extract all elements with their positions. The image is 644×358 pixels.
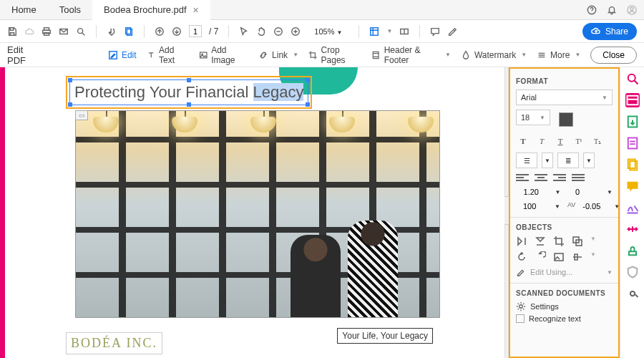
rail-measure-icon[interactable] [625, 222, 640, 236]
rail-sign-icon[interactable] [625, 200, 640, 215]
replace-image-icon[interactable] [553, 251, 565, 263]
rail-protect-icon[interactable] [625, 265, 640, 279]
tab-tools[interactable]: Tools [48, 0, 92, 20]
crop-object-icon[interactable] [553, 236, 565, 247]
fit-icon[interactable] [369, 26, 379, 37]
rail-search-icon[interactable] [625, 72, 640, 86]
save-icon[interactable] [7, 26, 17, 37]
page-thumb-icon[interactable] [124, 26, 134, 37]
align-justify-button[interactable] [572, 173, 585, 183]
add-text-tool[interactable]: Add Text [147, 45, 189, 65]
comment-icon[interactable] [430, 26, 440, 37]
zoom-in-icon[interactable] [291, 26, 301, 37]
objects-header: OBJECTS [516, 223, 613, 231]
bullet-list-caret[interactable]: ▼ [542, 153, 553, 168]
read-mode-icon[interactable] [399, 26, 409, 37]
document-image[interactable] [75, 110, 440, 318]
account-icon[interactable] [627, 5, 637, 15]
align-center-button[interactable] [535, 173, 547, 183]
close-button[interactable]: Close [590, 47, 637, 64]
svg-rect-25 [627, 96, 638, 105]
bold-button[interactable]: T [516, 134, 530, 148]
font-dropdown[interactable]: Arial▼ [516, 90, 613, 105]
link-tool[interactable]: Link▼ [258, 50, 298, 60]
svg-point-2 [630, 7, 633, 10]
logo-text[interactable]: BODÉA INC. [66, 332, 162, 354]
crop-tool[interactable]: Crop Pages [308, 45, 361, 65]
recognize-text-checkbox[interactable]: Recognize text [516, 314, 613, 323]
title-text-selection[interactable]: Legacy [253, 83, 304, 101]
rotate-ccw-icon[interactable] [516, 251, 527, 263]
color-swatch[interactable] [559, 112, 573, 127]
align-right-button[interactable] [553, 173, 566, 183]
indent-icon [568, 187, 569, 197]
page-up-icon[interactable] [155, 26, 165, 37]
mail-icon[interactable] [59, 26, 69, 37]
image-frame-icon[interactable]: ▭ [75, 110, 88, 120]
selected-text-frame[interactable]: Protecting Your Financial Legacy [66, 76, 312, 109]
tap-icon[interactable] [107, 26, 117, 37]
help-icon[interactable] [587, 5, 597, 15]
subscript-button[interactable]: T₁ [590, 134, 605, 148]
right-tool-rail [620, 67, 644, 358]
page-down-icon[interactable] [172, 26, 182, 37]
rail-organize-icon[interactable] [625, 158, 640, 172]
add-image-tool[interactable]: Add Image [199, 45, 248, 65]
font-size-dropdown[interactable]: 18▼ [516, 110, 550, 125]
page-total: / 7 [209, 26, 218, 37]
rail-more-icon[interactable] [625, 286, 640, 301]
align-left-button[interactable] [516, 173, 529, 183]
align-objects-icon[interactable] [572, 251, 583, 263]
tab-home[interactable]: Home [0, 0, 48, 20]
indent-input[interactable] [575, 188, 600, 196]
edit-using-button[interactable]: Edit Using...▼ [516, 267, 613, 277]
share-button[interactable]: Share [582, 23, 637, 40]
document-canvas[interactable]: Protecting Your Financial Legacy ▭ BODÉA… [5, 67, 504, 358]
pencil-icon [516, 267, 526, 277]
highlight-icon[interactable] [447, 26, 457, 37]
svg-point-31 [630, 291, 634, 296]
format-header: FORMAT [516, 77, 613, 85]
rotate-cw-icon[interactable] [535, 251, 546, 263]
zoom-dropdown[interactable]: 105% ▼ [308, 26, 348, 37]
search-icon[interactable] [76, 26, 86, 37]
rail-create-icon[interactable] [625, 136, 640, 150]
flip-v-icon[interactable] [516, 236, 527, 247]
tab-document[interactable]: Bodea Brochure.pdf ✕ [92, 0, 210, 20]
cloud-icon[interactable] [24, 26, 34, 37]
tracking-input[interactable] [582, 202, 607, 211]
title-text[interactable]: Protecting Your Financial [74, 83, 253, 101]
pointer-icon[interactable] [239, 26, 249, 37]
number-list-caret[interactable]: ▼ [583, 153, 595, 168]
tagline-text[interactable]: Your Life, Your Legacy [337, 328, 433, 344]
number-list-button[interactable]: ≣ [557, 153, 579, 168]
line-spacing-input[interactable] [524, 188, 548, 196]
hscale-input[interactable] [523, 202, 547, 211]
underline-button[interactable]: T [553, 134, 567, 148]
svg-rect-17 [200, 52, 206, 58]
italic-button[interactable]: T [535, 134, 549, 148]
superscript-button[interactable]: T¹ [572, 134, 586, 148]
page-number-input[interactable] [189, 25, 202, 37]
bullet-list-button[interactable]: ☰ [516, 153, 537, 168]
flip-h-icon[interactable] [535, 236, 546, 247]
zoom-out-icon[interactable] [273, 26, 283, 37]
close-tab-icon[interactable]: ✕ [192, 0, 199, 20]
more-tool[interactable]: More▼ [537, 50, 580, 60]
rail-stamp-icon[interactable] [625, 243, 640, 258]
tab-document-label: Bodea Brochure.pdf [104, 0, 187, 20]
bell-icon[interactable] [607, 5, 617, 15]
rail-edit-icon[interactable] [625, 93, 640, 107]
format-panel: FORMAT Arial▼ 18▼ T T T T¹ T₁ ☰▼ ≣▼ ▼ ▼ [509, 67, 620, 358]
header-footer-tool[interactable]: Header & Footer▼ [371, 45, 451, 65]
print-icon[interactable] [42, 26, 52, 37]
edit-tool[interactable]: Edit [108, 50, 137, 60]
rail-comment-icon[interactable] [625, 179, 640, 193]
scanned-settings[interactable]: Settings [516, 301, 613, 311]
hand-icon[interactable] [256, 26, 266, 37]
watermark-tool[interactable]: Watermark▼ [461, 50, 527, 60]
rail-export-icon[interactable] [625, 115, 640, 129]
main-toolbar: / 7 105% ▼ ▼ Share [0, 20, 644, 43]
arrange-icon[interactable] [572, 236, 583, 247]
workspace: Protecting Your Financial Legacy ▭ BODÉA… [0, 67, 644, 358]
